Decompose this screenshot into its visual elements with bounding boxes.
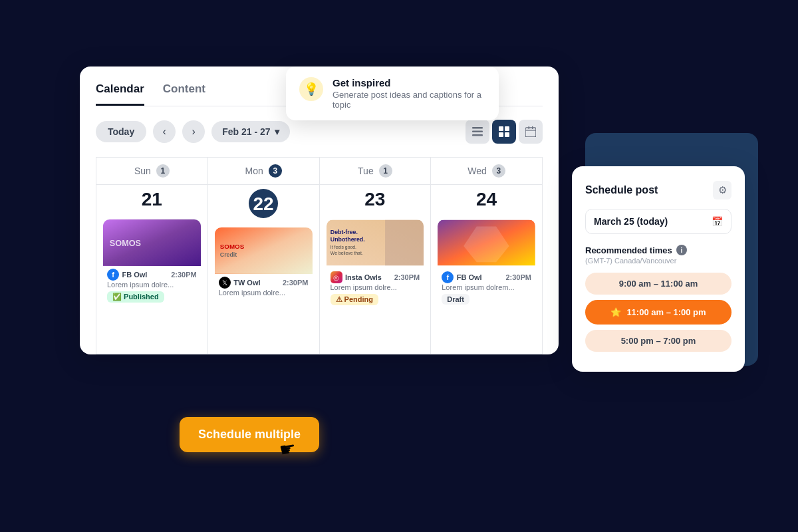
post-thumb-tw: SOMOS Credit bbox=[215, 227, 313, 274]
post-card-ig[interactable]: Debt-free. Unbothered. It feels good. We… bbox=[327, 219, 424, 307]
schedule-multiple-button[interactable]: Schedule multiple bbox=[180, 417, 319, 452]
time-slot-3[interactable]: 5:00 pm – 7:00 pm bbox=[585, 330, 732, 352]
fb-icon-2: f bbox=[442, 271, 454, 283]
post-thumb-fb1: SOMOS bbox=[103, 219, 201, 266]
post-info-fb2: f FB Owl 2:30PM Lorem ipsum dolrem... Dr… bbox=[438, 269, 535, 306]
day-name-wed: Wed bbox=[467, 166, 487, 176]
day-body-tue: Debt-free. Unbothered. It feels good. We… bbox=[320, 213, 431, 346]
post-desc-fb1: Lorem ipsum dolre... bbox=[107, 281, 197, 289]
day-col-mon: Mon 3 22 bbox=[208, 158, 320, 354]
day-header-mon: Mon 3 bbox=[208, 158, 319, 185]
day-count-sun: 1 bbox=[156, 164, 170, 178]
status-badge-fb2: Draft bbox=[442, 294, 469, 305]
post-time-ig: 2:30PM bbox=[394, 273, 420, 281]
date-input[interactable]: March 25 (today) 📅 bbox=[585, 209, 732, 234]
prev-button[interactable]: ‹ bbox=[153, 120, 176, 143]
status-badge-ig: ⚠ Pending bbox=[331, 294, 378, 305]
svg-rect-21 bbox=[385, 220, 424, 265]
day-name-mon: Mon bbox=[245, 166, 263, 176]
post-platform-tw: TW Owl bbox=[233, 279, 260, 287]
date-range-button[interactable]: Feb 21 - 27 ▾ bbox=[211, 121, 289, 142]
post-desc-fb2: Lorem ipsum dolrem... bbox=[442, 283, 531, 291]
post-thumb-fb2 bbox=[438, 219, 535, 269]
svg-rect-4 bbox=[505, 126, 509, 131]
day-num-sun: 21 bbox=[96, 185, 207, 213]
post-card-fb2[interactable]: f FB Owl 2:30PM Lorem ipsum dolrem... Dr… bbox=[438, 219, 535, 306]
calendar-grid: Sun 1 21 bbox=[96, 157, 543, 354]
post-card-fb1[interactable]: SOMOS f FB Owl 2:30PM Lorem ipsum dolre.… bbox=[103, 219, 201, 304]
day-col-sun: Sun 1 21 bbox=[96, 158, 208, 354]
day-num-tue: 23 bbox=[320, 185, 431, 213]
svg-text:SOMOS: SOMOS bbox=[110, 238, 141, 248]
tooltip-desc: Generate post ideas and captions for a t… bbox=[332, 90, 485, 110]
tooltip-title: Get inspired bbox=[332, 77, 485, 88]
cal-view-button[interactable] bbox=[519, 120, 543, 144]
star-icon: ⭐ bbox=[610, 307, 621, 317]
day-num-wed: 24 bbox=[431, 185, 542, 213]
day-name-sun: Sun bbox=[134, 166, 151, 176]
post-platform-ig: Insta Owls bbox=[345, 273, 382, 281]
calendar-icon: 📅 bbox=[712, 216, 723, 227]
svg-rect-5 bbox=[499, 132, 503, 137]
list-view-button[interactable] bbox=[466, 120, 489, 144]
day-count-wed: 3 bbox=[492, 164, 505, 178]
tab-calendar[interactable]: Calendar bbox=[96, 82, 144, 106]
post-time-fb2: 2:30PM bbox=[505, 273, 531, 281]
day-count-mon: 3 bbox=[269, 164, 282, 178]
svg-text:Debt-free.: Debt-free. bbox=[330, 229, 357, 235]
post-platform-fb2: FB Owl bbox=[457, 273, 482, 281]
tw-icon: 𝕏 bbox=[219, 277, 231, 289]
svg-text:Credit: Credit bbox=[220, 251, 237, 258]
post-info-fb1: f FB Owl 2:30PM Lorem ipsum dolre... ✅ P… bbox=[103, 266, 201, 304]
timezone-label: (GMT-7) Canada/Vancouver bbox=[585, 257, 732, 265]
fb-icon: f bbox=[107, 269, 119, 281]
calendar-toolbar: Today ‹ › Feb 21 - 27 ▾ bbox=[96, 120, 543, 144]
day-header-wed: Wed 3 bbox=[431, 158, 542, 185]
schedule-header: Schedule post ⚙ bbox=[585, 181, 732, 200]
svg-text:It feels good.: It feels good. bbox=[330, 245, 356, 250]
svg-rect-0 bbox=[472, 127, 483, 129]
post-card-tw[interactable]: SOMOS Credit 𝕏 TW Owl 2:30PM Lorem ipsum… bbox=[215, 227, 313, 298]
view-switcher bbox=[466, 120, 543, 144]
svg-rect-7 bbox=[525, 128, 536, 137]
today-button[interactable]: Today bbox=[96, 121, 146, 142]
day-body-wed: f FB Owl 2:30PM Lorem ipsum dolrem... Dr… bbox=[431, 213, 542, 346]
day-count-tue: 1 bbox=[379, 164, 392, 178]
day-header-tue: Tue 1 bbox=[320, 158, 431, 185]
info-icon: i bbox=[676, 245, 687, 255]
recommended-label: Recommended times i bbox=[585, 245, 732, 255]
post-info-tw: 𝕏 TW Owl 2:30PM Lorem ipsum dolre... bbox=[215, 274, 313, 298]
gear-icon[interactable]: ⚙ bbox=[713, 181, 732, 200]
schedule-title: Schedule post bbox=[585, 184, 658, 196]
day-col-wed: Wed 3 24 bbox=[431, 158, 543, 354]
time-slot-2[interactable]: ⭐ 11:00 am – 1:00 pm bbox=[585, 300, 732, 325]
schedule-post-panel: Schedule post ⚙ March 25 (today) 📅 Recom… bbox=[572, 166, 745, 372]
day-body-mon: SOMOS Credit 𝕏 TW Owl 2:30PM Lorem ipsum… bbox=[208, 221, 319, 354]
grid-view-button[interactable] bbox=[492, 120, 516, 144]
svg-rect-2 bbox=[472, 134, 483, 136]
day-col-tue: Tue 1 23 bbox=[320, 158, 432, 354]
svg-rect-6 bbox=[505, 132, 509, 137]
svg-text:Unbothered.: Unbothered. bbox=[330, 236, 364, 243]
post-platform-fb1: FB Owl bbox=[122, 271, 147, 279]
next-button[interactable]: › bbox=[182, 120, 205, 143]
post-info-ig: ◎ Insta Owls 2:30PM Lorem ipsum dolre...… bbox=[327, 269, 424, 307]
post-thumb-ig: Debt-free. Unbothered. It feels good. We… bbox=[327, 219, 424, 269]
svg-text:We believe that.: We believe that. bbox=[330, 251, 362, 255]
get-inspired-tooltip: 💡 Get inspired Generate post ideas and c… bbox=[286, 66, 499, 120]
post-desc-tw: Lorem ipsum dolre... bbox=[219, 289, 309, 297]
svg-rect-1 bbox=[472, 131, 483, 133]
svg-rect-3 bbox=[499, 126, 503, 131]
time-slot-1[interactable]: 9:00 am – 11:00 am bbox=[585, 273, 732, 295]
post-time-tw: 2:30PM bbox=[283, 279, 309, 287]
day-name-tue: Tue bbox=[358, 166, 374, 176]
lightbulb-icon: 💡 bbox=[299, 77, 323, 101]
post-desc-ig: Lorem ipsum dolre... bbox=[331, 283, 420, 291]
day-body-sun: SOMOS f FB Owl 2:30PM Lorem ipsum dolre.… bbox=[96, 213, 207, 346]
tab-content[interactable]: Content bbox=[163, 82, 205, 106]
post-time-fb1: 2:30PM bbox=[171, 271, 197, 279]
day-num-mon: 22 bbox=[249, 189, 278, 218]
day-header-sun: Sun 1 bbox=[96, 158, 207, 185]
status-badge-fb1: ✅ Published bbox=[107, 291, 164, 303]
ig-icon: ◎ bbox=[331, 271, 342, 283]
